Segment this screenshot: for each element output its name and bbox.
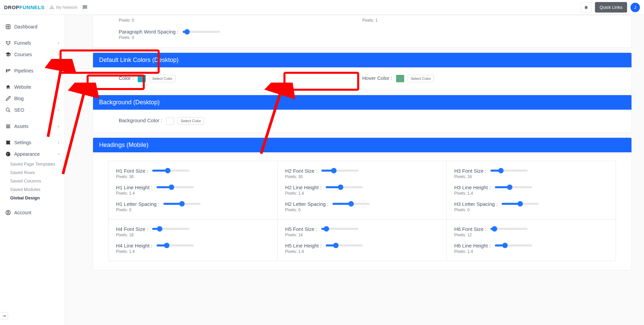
pixels-value: Pixels: 1.4 bbox=[454, 191, 608, 196]
svg-point-19 bbox=[7, 154, 8, 155]
chevron-left-icon: ‹ bbox=[58, 124, 59, 129]
sidebar-label: Appearance bbox=[14, 151, 40, 157]
pixels-value: Pixels: 1.4 bbox=[116, 249, 270, 254]
sidebar-item-account[interactable]: Account bbox=[0, 207, 65, 218]
line-height-slider[interactable] bbox=[495, 244, 532, 246]
font-size-slider[interactable] bbox=[321, 228, 359, 230]
sidebar-item-seo[interactable]: SEO‹ bbox=[0, 104, 65, 116]
sidebar-sub-saved-page-templates[interactable]: Saved Page Templates bbox=[0, 160, 65, 168]
letter-spacing-label: H2 Letter Spacing : bbox=[285, 201, 328, 207]
link-color-swatch[interactable] bbox=[138, 75, 146, 82]
sidebar-sub-saved-rows[interactable]: Saved Rows bbox=[0, 168, 65, 177]
sidebar-item-blog[interactable]: Blog‹ bbox=[0, 93, 65, 104]
line-height-slider[interactable] bbox=[326, 244, 363, 246]
svg-line-23 bbox=[63, 89, 85, 174]
pixels-value: Pixels: 30 bbox=[285, 174, 439, 179]
section-link-colors: Default Link Colors (Desktop) Color : Se… bbox=[93, 52, 632, 90]
svg-rect-4 bbox=[6, 41, 7, 42]
pipelines-icon bbox=[5, 68, 11, 73]
letter-spacing-slider[interactable] bbox=[332, 203, 370, 205]
link-color-select-button[interactable]: Select Color bbox=[149, 75, 176, 82]
svg-rect-14 bbox=[6, 126, 10, 127]
font-size-slider[interactable] bbox=[152, 170, 189, 172]
font-size-label: H3 Font Size : bbox=[454, 168, 486, 174]
sidebar-sub-global-design[interactable]: Global Design bbox=[0, 194, 65, 202]
chevron-down-icon: ‹ bbox=[56, 153, 61, 155]
svg-rect-5 bbox=[8, 41, 10, 42]
letter-spacing-label: H1 Letter Spacing : bbox=[116, 201, 159, 207]
network-icon bbox=[49, 5, 54, 10]
line-height-slider[interactable] bbox=[157, 186, 194, 188]
chevron-left-icon: ‹ bbox=[58, 41, 59, 45]
my-network-link[interactable]: My Network bbox=[49, 5, 77, 10]
letter-spacing-slider[interactable] bbox=[502, 203, 539, 205]
sidebar-collapse-button[interactable]: ⇥ bbox=[0, 312, 8, 320]
chevron-left-icon: ‹ bbox=[58, 108, 59, 112]
heading-cell-h5: H5 Font Size :Pixels: 14H5 Line Height :… bbox=[277, 219, 447, 261]
svg-rect-15 bbox=[6, 127, 10, 128]
sidebar-sub-saved-modules[interactable]: Saved Modules bbox=[0, 185, 65, 194]
sidebar-item-appearance[interactable]: Appearance‹ bbox=[0, 148, 65, 160]
heading-cell-h6: H6 Font Size :Pixels: 12H6 Line Height :… bbox=[446, 219, 616, 261]
logo[interactable]: DROPFUNNELS bbox=[4, 4, 45, 10]
svg-rect-9 bbox=[6, 69, 7, 72]
font-size-slider[interactable] bbox=[321, 170, 359, 172]
pixels-value: Pixels: 14 bbox=[285, 233, 439, 237]
font-size-slider[interactable] bbox=[490, 170, 528, 172]
background-color-label: Background Color : bbox=[119, 117, 162, 123]
sidebar-item-dashboard[interactable]: Dashboard bbox=[0, 21, 65, 32]
headings-grid: H1 Font Size :Pixels: 36H1 Line Height :… bbox=[109, 161, 616, 261]
line-height-slider[interactable] bbox=[495, 186, 532, 188]
line-height-slider[interactable] bbox=[157, 244, 194, 246]
avatar[interactable]: J bbox=[630, 3, 640, 12]
pixels-value: Pixels: 1.4 bbox=[116, 191, 270, 196]
link-color-label: Color : bbox=[119, 75, 134, 81]
chat-icon[interactable] bbox=[82, 5, 88, 10]
svg-point-0 bbox=[51, 6, 52, 7]
section-paragraph-remainder: Pixels: 0 Pixels: 1 Paragraph Word Spaci… bbox=[93, 15, 632, 48]
hover-color-swatch[interactable] bbox=[396, 75, 404, 82]
assets-icon bbox=[5, 124, 11, 129]
quick-links-button[interactable]: Quick Links bbox=[595, 2, 627, 13]
line-height-label: H6 Line Height : bbox=[454, 243, 491, 248]
svg-rect-13 bbox=[6, 125, 10, 125]
sidebar: Dashboard Funnels‹ Courses‹ Pipelines We… bbox=[0, 15, 65, 325]
appearance-icon bbox=[5, 151, 11, 157]
chevron-left-icon: ‹ bbox=[58, 85, 59, 89]
line-height-slider[interactable] bbox=[326, 186, 363, 188]
pixels-value: Pixels: 1 bbox=[362, 18, 606, 23]
sidebar-label: Pipelines bbox=[14, 68, 33, 73]
sidebar-sub-saved-columns[interactable]: Saved Columns bbox=[0, 177, 65, 185]
sidebar-item-courses[interactable]: Courses‹ bbox=[0, 49, 65, 60]
heading-cell-h2: H2 Font Size :Pixels: 30H2 Line Height :… bbox=[277, 161, 447, 219]
svg-point-16 bbox=[6, 152, 10, 156]
font-size-label: H4 Font Size : bbox=[116, 226, 148, 232]
sidebar-label: SEO bbox=[14, 107, 24, 113]
paragraph-word-spacing-slider[interactable] bbox=[183, 31, 220, 33]
sidebar-item-website[interactable]: Website‹ bbox=[0, 81, 65, 93]
font-size-label: H6 Font Size : bbox=[454, 226, 486, 232]
hover-color-select-button[interactable]: Select Color bbox=[408, 75, 434, 82]
section-title-link-colors: Default Link Colors (Desktop) bbox=[93, 53, 631, 67]
background-select-button[interactable]: Select Color bbox=[178, 117, 204, 125]
letter-spacing-slider[interactable] bbox=[163, 203, 201, 205]
section-background: Background (Desktop) Background Color : … bbox=[93, 95, 632, 132]
sidebar-item-assets[interactable]: Assets‹ bbox=[0, 121, 65, 132]
section-headings-mobile: Headings (Mobile) H1 Font Size :Pixels: … bbox=[93, 137, 632, 270]
background-color-swatch[interactable] bbox=[166, 117, 174, 125]
line-height-label: H5 Line Height : bbox=[285, 243, 322, 248]
home-button[interactable] bbox=[581, 2, 592, 13]
svg-rect-10 bbox=[8, 69, 9, 71]
letter-spacing-label: H3 Letter Spacing : bbox=[454, 201, 498, 207]
pixels-value: Pixels: 0 bbox=[285, 208, 439, 212]
pixels-value: Pixels: 18 bbox=[116, 233, 270, 237]
chevron-left-icon: ‹ bbox=[58, 140, 59, 145]
font-size-slider[interactable] bbox=[490, 228, 528, 230]
font-size-slider[interactable] bbox=[152, 228, 189, 230]
heading-cell-h1: H1 Font Size :Pixels: 36H1 Line Height :… bbox=[108, 161, 278, 219]
sidebar-item-funnels[interactable]: Funnels‹ bbox=[0, 37, 65, 49]
chevron-left-icon: ‹ bbox=[58, 96, 59, 101]
heading-cell-h4: H4 Font Size :Pixels: 18H4 Line Height :… bbox=[108, 219, 278, 261]
sidebar-item-pipelines[interactable]: Pipelines bbox=[0, 65, 65, 77]
sidebar-item-settings[interactable]: Settings‹ bbox=[0, 137, 65, 148]
